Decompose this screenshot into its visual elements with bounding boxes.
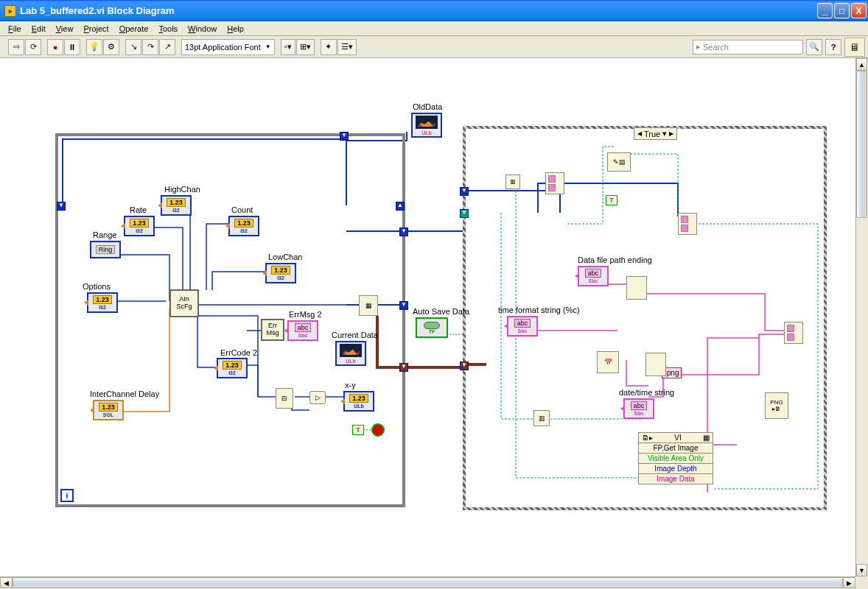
vertical-scrollbar[interactable]: ▲ ▼	[855, 58, 868, 576]
abort-button[interactable]: ●	[47, 39, 63, 55]
case-tunnel-2[interactable]	[460, 209, 469, 218]
menu-tools[interactable]: Tools	[153, 23, 183, 35]
label-datafilepath: Data file path ending	[578, 255, 652, 264]
step-over-button[interactable]: ↷	[142, 39, 158, 55]
label-timefmt: time format string (%c)	[498, 306, 580, 314]
label-highchan: HighChan	[164, 185, 200, 194]
loop-tunnel-right3[interactable]	[399, 363, 408, 372]
prop-visible-area[interactable]: Visible Area Only	[639, 454, 713, 464]
label-options: Options	[83, 282, 111, 291]
control-count[interactable]: 1.23I32	[228, 216, 259, 236]
reorder-button[interactable]: ☰▾	[337, 39, 357, 55]
property-node-vi[interactable]: 🗎▸VI▦ FP.Get Image Visible Area Only Ima…	[638, 432, 713, 484]
control-autosave[interactable]: TF	[416, 317, 448, 338]
func-concat-2[interactable]	[645, 353, 666, 376]
indicator-errcode2[interactable]: 1.23I32	[217, 358, 248, 378]
while-loop[interactable]	[55, 133, 405, 507]
control-lowchan[interactable]: 1.23I32	[265, 263, 296, 283]
run-continuous-button[interactable]: ⟳	[25, 39, 41, 55]
func-bundle-1[interactable]	[545, 172, 564, 194]
step-out-button[interactable]: ↗	[159, 39, 175, 55]
font-label: 13pt Application Font	[185, 43, 261, 52]
func-bundle-2[interactable]	[678, 213, 697, 235]
cleanup-button[interactable]: ✦	[321, 39, 337, 55]
loop-tunnel-right1[interactable]	[399, 228, 408, 236]
block-diagram-canvas[interactable]: i True ▾ OldData ULb HighChan 1.23I32 Ra…	[0, 58, 855, 576]
label-rate: Rate	[130, 205, 147, 214]
scroll-v-thumb[interactable]	[856, 71, 867, 218]
subvi-errmsg[interactable]: Err Msg	[261, 319, 284, 341]
control-timefmt[interactable]: abcSbc	[507, 316, 538, 336]
func-build-array[interactable]: ▦	[359, 295, 378, 316]
indicator-datafilepath[interactable]: abcSbc	[578, 266, 609, 286]
menu-bar: File Edit View Project Operate Tools Win…	[0, 21, 868, 36]
label-datetime: date/time string	[619, 388, 674, 397]
close-button[interactable]: X	[851, 3, 867, 18]
func-write-file[interactable]: ✎▤	[607, 152, 631, 172]
shift-register-left[interactable]	[57, 202, 66, 211]
search-icon[interactable]: 🔍	[806, 39, 822, 55]
label-xy: x-y	[345, 381, 356, 389]
func-concat-1[interactable]	[626, 276, 647, 300]
prop-image-data[interactable]: Image Data	[639, 474, 713, 484]
case-tunnel-1[interactable]	[460, 187, 469, 196]
loop-tunnel-right2[interactable]	[399, 301, 408, 310]
menu-operate[interactable]: Operate	[114, 23, 154, 35]
func-write-png[interactable]: PNG▸🗎	[765, 392, 788, 419]
minimize-button[interactable]: _	[817, 3, 833, 18]
func-datetime[interactable]: 📅	[597, 351, 619, 373]
menu-help[interactable]: Help	[222, 23, 249, 35]
menu-edit[interactable]: Edit	[27, 23, 51, 35]
scroll-down-icon[interactable]: ▼	[856, 564, 867, 576]
help-button[interactable]: ?	[825, 39, 841, 55]
indicator-olddata[interactable]: ULb	[411, 113, 442, 138]
shift-register-right[interactable]	[396, 202, 405, 211]
window-titlebar: ▸ Lab 5_buffered2.vi Block Diagram _ □ X	[0, 0, 868, 21]
align-button[interactable]: ▫▾	[281, 39, 295, 55]
func-subtract[interactable]: ▷	[309, 391, 326, 404]
func-bundle-3[interactable]	[784, 322, 803, 344]
label-range: Range	[93, 230, 116, 239]
menu-project[interactable]: Project	[78, 23, 113, 35]
pause-button[interactable]: II	[64, 39, 80, 55]
control-interchan[interactable]: 1.23SGL	[93, 400, 124, 420]
case-tunnel-3[interactable]	[460, 361, 469, 370]
window-title: Lab 5_buffered2.vi Block Diagram	[20, 5, 817, 16]
scroll-up-icon[interactable]: ▲	[856, 58, 867, 71]
menu-window[interactable]: Window	[183, 23, 222, 35]
indicator-datetime[interactable]: abcSbc	[623, 398, 654, 419]
workspace: i True ▾ OldData ULb HighChan 1.23I32 Ra…	[0, 58, 868, 576]
retain-wire-button[interactable]: ⚙	[103, 39, 119, 55]
const-true-loop[interactable]: T	[352, 425, 364, 435]
font-selector[interactable]: 13pt Application Font	[181, 39, 275, 55]
maximize-button[interactable]: □	[834, 3, 850, 18]
control-rate[interactable]: 1.23I32	[124, 216, 155, 236]
loop-tunnel-top[interactable]	[340, 132, 349, 141]
indicator-errmsg2[interactable]: abcSbc	[287, 320, 318, 341]
control-options[interactable]: 1.23I32	[87, 292, 118, 313]
search-input[interactable]: Search	[693, 40, 803, 54]
label-autosave: Auto Save Data	[413, 307, 469, 316]
indicator-currentdata[interactable]: ULb	[335, 341, 366, 366]
control-range[interactable]: Ring	[90, 241, 121, 258]
loop-stop-terminal[interactable]	[371, 423, 385, 437]
label-lowchan: LowChan	[268, 253, 302, 261]
highlight-exec-button[interactable]: 💡	[86, 39, 102, 55]
distribute-button[interactable]: ⊞▾	[296, 39, 315, 55]
control-highchan[interactable]: 1.23I32	[161, 195, 192, 216]
subvi-ainscfg[interactable]: AIn ScFg	[169, 289, 199, 317]
func-index-array[interactable]: ⊟	[276, 388, 293, 409]
func-array-1[interactable]: ▥	[533, 410, 550, 426]
case-selector[interactable]: True ▾	[634, 127, 677, 140]
const-true-case[interactable]: T	[606, 195, 617, 205]
indicator-xy[interactable]: 1.23ULb	[343, 391, 374, 412]
menu-view[interactable]: View	[51, 23, 79, 35]
vi-icon[interactable]: 🖥	[844, 38, 865, 57]
menu-file[interactable]: File	[3, 23, 27, 35]
iteration-terminal[interactable]: i	[60, 489, 74, 502]
prop-image-depth[interactable]: Image Depth	[639, 464, 713, 474]
step-into-button[interactable]: ↘	[125, 39, 141, 55]
func-file-dialog[interactable]: 🗎	[505, 174, 520, 189]
prop-fp-get-image[interactable]: FP.Get Image	[639, 443, 713, 454]
run-button[interactable]: ⇨	[8, 39, 24, 55]
